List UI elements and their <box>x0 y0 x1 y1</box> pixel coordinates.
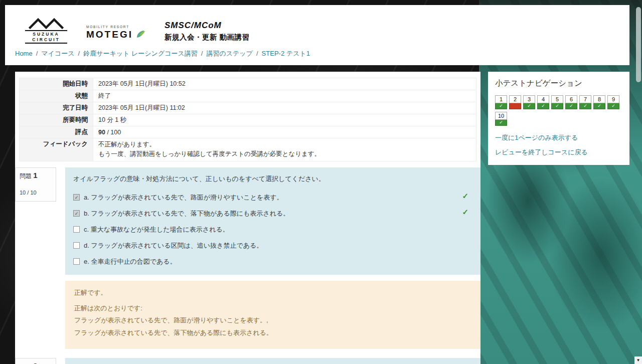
quiz-review-panel: 開始日時 2023年 05月 1日(月曜日) 10:52 状態 終了 完了日時 … <box>15 72 480 364</box>
question-number: 10 <box>495 112 507 120</box>
quiz-nav-button-7[interactable]: 7 ✓ <box>579 95 591 109</box>
answer-checkbox: ✓ <box>73 210 80 217</box>
answer-option-b: ✓ b. フラッグが表示されている先で、落下物がある際にも表示される。 ✓ <box>65 206 480 222</box>
quiz-nav-button-5[interactable]: 5 ✓ <box>551 95 563 109</box>
summary-label: 評点 <box>20 126 93 138</box>
question-info-box: 問題 2 0 / 10 <box>15 358 56 364</box>
leaf-icon <box>135 30 145 39</box>
breadcrumb-section[interactable]: 講習のステップ <box>206 50 253 57</box>
table-row: 状態 終了 <box>20 90 476 102</box>
grade-max: / 100 <box>105 129 121 136</box>
summary-label: 完了日時 <box>20 102 93 114</box>
answer-text: b. フラッグが表示されている先で、落下物がある際にも表示される。 <box>84 209 289 218</box>
scrollbar-down-button[interactable]: ▼ <box>634 356 642 364</box>
check-icon: ✓ <box>593 103 605 109</box>
table-row: フィードバック 不正解があります。 もう一度、講習動画をしっかり確認して再度テス… <box>20 138 476 161</box>
question-number: 1 <box>495 95 507 103</box>
check-icon: ✓ <box>495 120 507 126</box>
answer-option-a: ✓ a. フラッグが表示されている先で、路面が滑りやすいことを表す。 ✓ <box>65 190 480 206</box>
check-icon: ✓ <box>579 103 591 109</box>
feedback-answer: フラッグが表示されている先で、落下物がある際にも表示される。 <box>74 328 471 338</box>
question-number: 8 <box>593 95 605 103</box>
summary-value: 10 分 1 秒 <box>93 114 476 126</box>
question-info-box: 問題 1 10 / 10 <box>15 167 56 202</box>
breadcrumb-separator: / <box>256 50 258 57</box>
question-number: 6 <box>565 95 577 103</box>
motegi-wordmark: MOTEGI <box>86 30 133 39</box>
question-number-label: 問題 2 <box>20 361 52 364</box>
answer-text: d. フラッグが表示されている区間は、追い抜き禁止である。 <box>84 241 263 250</box>
table-row: 所要時間 10 分 1 秒 <box>20 114 476 126</box>
breadcrumb-my-courses[interactable]: マイコース <box>41 50 74 57</box>
breadcrumb-separator: / <box>201 50 203 57</box>
answer-text: e. 全車走行中止の合図である。 <box>84 257 177 266</box>
scrollbar-thumb[interactable] <box>636 7 641 82</box>
course-title: SMSC/MCoM <box>165 21 250 31</box>
question-number: 2 <box>33 361 37 364</box>
question-text: オイルフラッグの意味・対処方法について、正しいものをすべて選択してください。 <box>65 174 480 190</box>
question-feedback: 正解です。 正解は次のとおりです: フラッグが表示されている先で、路面が滑りやす… <box>65 281 480 349</box>
suzuka-circuit-logo: SUZUKA CIRCUIT <box>25 18 67 44</box>
question-number: 7 <box>579 95 591 103</box>
table-row: 完了日時 2023年 05月 1日(月曜日) 11:02 <box>20 102 476 114</box>
quiz-nav-button-8[interactable]: 8 ✓ <box>593 95 605 109</box>
answer-text: c. 重大な事故などが発生した場合に表示される。 <box>84 225 229 234</box>
quiz-nav-button-9[interactable]: 9 ✓ <box>607 95 619 109</box>
answer-text: a. フラッグが表示されている先で、路面が滑りやすいことを表す。 <box>84 193 283 202</box>
question-number: 1 <box>33 171 37 179</box>
question-grade: 10 / 10 <box>20 190 52 196</box>
check-icon: ✓ <box>509 103 521 109</box>
summary-value: 2023年 05月 1日(月曜日) 10:52 <box>93 78 476 90</box>
feedback-line: 不正解があります。 <box>98 140 471 149</box>
question-block-1: 問題 1 10 / 10 オイルフラッグの意味・対処方法について、正しいものをす… <box>15 167 480 349</box>
feedback-answer: フラッグが表示されている先で、路面が滑りやすいことを表す。, <box>74 315 471 325</box>
question-number: 3 <box>523 95 535 103</box>
question-content: グリーンフラッグの意味・対処方法について、正しいものをすべて選択してください。 … <box>65 358 480 364</box>
quiz-navigation-panel: 小テストナビゲーション 1 ✓ 2 ✓ 3 ✓ 4 ✓ 5 ✓ 6 ✓ 7 ✓ <box>488 72 629 165</box>
answer-checkbox: ✓ <box>73 242 80 249</box>
suzuka-circuit-wordmark: SUZUKA CIRCUIT <box>25 30 67 44</box>
quiz-nav-button-2[interactable]: 2 ✓ <box>509 95 521 109</box>
quiz-nav-button-3[interactable]: 3 ✓ <box>523 95 535 109</box>
quiz-nav-button-1[interactable]: 1 ✓ <box>495 95 507 109</box>
show-one-page-link[interactable]: 一度に1ページのみ表示する <box>495 133 622 142</box>
check-icon: ✓ <box>537 103 549 109</box>
site-header: SUZUKA CIRCUIT MOBILITY RESORT MOTEGI SM… <box>5 5 629 65</box>
answer-option-c: ✓ c. 重大な事故などが発生した場合に表示される。 ✓ <box>65 222 480 238</box>
answer-checkbox: ✓ <box>73 194 80 201</box>
table-row: 開始日時 2023年 05月 1日(月曜日) 10:52 <box>20 78 476 90</box>
check-icon: ✓ <box>607 103 619 109</box>
feedback-line: もう一度、講習動画をしっかり確認して再度テストの受講が必要となります。 <box>98 149 471 159</box>
correct-check-icon: ✓ <box>462 192 468 201</box>
summary-value: 終了 <box>93 90 476 102</box>
header-brand: SUZUKA CIRCUIT MOBILITY RESORT MOTEGI SM… <box>5 5 629 44</box>
attempt-summary-table: 開始日時 2023年 05月 1日(月曜日) 10:52 状態 終了 完了日時 … <box>19 78 476 161</box>
finish-review-link[interactable]: レビューを終了しコースに戻る <box>495 148 622 157</box>
breadcrumb-course[interactable]: 鈴鹿サーキット レーシングコース講習 <box>83 50 198 57</box>
quiz-nav-button-10[interactable]: 10 ✓ <box>495 112 507 126</box>
breadcrumb-home[interactable]: Home <box>15 50 33 57</box>
summary-label: 開始日時 <box>20 78 93 90</box>
motegi-small-text: MOBILITY RESORT <box>86 25 145 29</box>
question-number: 9 <box>607 95 619 103</box>
grade-value: 90 <box>98 129 105 136</box>
check-icon: ✓ <box>523 103 535 109</box>
check-icon: ✓ <box>495 103 507 109</box>
summary-value: 2023年 05月 1日(月曜日) 11:02 <box>93 102 476 114</box>
quiz-nav-button-4[interactable]: 4 ✓ <box>537 95 549 109</box>
quiz-nav-button-6[interactable]: 6 ✓ <box>565 95 577 109</box>
summary-label: 状態 <box>20 90 93 102</box>
course-subtitle: 新規入会・更新 動画講習 <box>165 33 250 42</box>
course-title-block: SMSC/MCoM 新規入会・更新 動画講習 <box>165 21 250 42</box>
question-number: 4 <box>537 95 549 103</box>
correct-check-icon: ✓ <box>462 208 468 217</box>
feedback-intro: 正解は次のとおりです: <box>74 303 471 313</box>
breadcrumb-current-quiz[interactable]: STEP-2 テスト1 <box>262 50 310 57</box>
question-block-2: 問題 2 0 / 10 グリーンフラッグの意味・対処方法について、正しいものをす… <box>15 358 480 364</box>
check-icon: ✓ <box>551 103 563 109</box>
question-content: オイルフラッグの意味・対処方法について、正しいものをすべて選択してください。 ✓… <box>65 167 480 275</box>
breadcrumb-separator: / <box>36 50 38 57</box>
breadcrumb-separator: / <box>78 50 80 57</box>
summary-value: 不正解があります。 もう一度、講習動画をしっかり確認して再度テストの受講が必要と… <box>93 138 476 161</box>
question-number: 5 <box>551 95 563 103</box>
